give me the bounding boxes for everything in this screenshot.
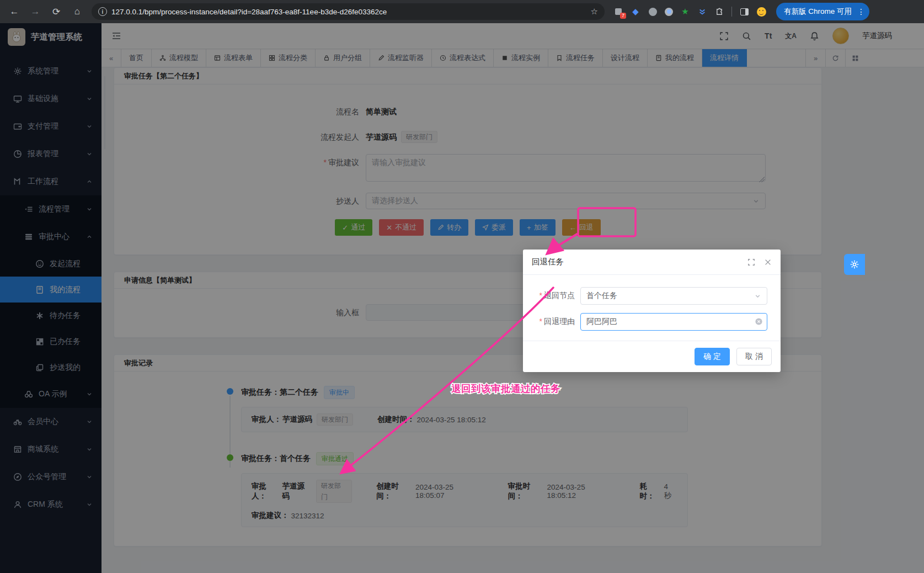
extensions-row: 7 ◆ ★ bbox=[613, 7, 766, 17]
side-panel-icon[interactable] bbox=[739, 7, 749, 17]
extension-icon[interactable] bbox=[648, 7, 658, 17]
rollback-reason-label: 回退理由 bbox=[533, 317, 580, 327]
extension-icon[interactable]: 7 bbox=[613, 7, 623, 17]
modal-close-icon[interactable] bbox=[764, 258, 772, 266]
extension-gem-icon[interactable]: ◆ bbox=[631, 7, 640, 17]
toolbar-divider bbox=[731, 7, 732, 17]
modal-fullscreen-icon[interactable] bbox=[747, 258, 755, 266]
browser-forward-icon[interactable]: → bbox=[26, 3, 44, 20]
url-text[interactable]: 127.0.0.1/bpm/process-instance/detail?id… bbox=[111, 8, 586, 16]
address-bar[interactable]: i 127.0.0.1/bpm/process-instance/detail?… bbox=[92, 3, 605, 20]
return-node-select[interactable]: 首个任务 bbox=[580, 287, 767, 305]
confirm-button[interactable]: 确 定 bbox=[695, 348, 730, 365]
return-node-label: 退回节点 bbox=[533, 291, 580, 301]
clear-input-icon[interactable] bbox=[755, 317, 763, 326]
modal-overlay bbox=[0, 23, 924, 573]
cancel-button[interactable]: 取 消 bbox=[736, 348, 772, 365]
modal-body: 退回节点 首个任务 回退理由 bbox=[523, 275, 781, 341]
extension-star-icon[interactable]: ★ bbox=[680, 7, 690, 17]
modal-title: 回退任务 bbox=[532, 257, 564, 267]
browser-home-icon[interactable]: ⌂ bbox=[68, 3, 86, 20]
profile-avatar-icon[interactable] bbox=[756, 7, 766, 17]
gear-icon bbox=[850, 259, 859, 269]
chrome-update-label: 有新版 Chrome 可用 bbox=[784, 7, 852, 17]
browser-toolbar: ← → ⟳ ⌂ i 127.0.0.1/bpm/process-instance… bbox=[0, 0, 924, 23]
rollback-modal: 回退任务 退回节点 首个任务 回退理由 确 定 取 消 bbox=[523, 250, 781, 372]
site-info-icon[interactable]: i bbox=[98, 7, 107, 16]
return-node-value: 首个任务 bbox=[586, 291, 617, 301]
bookmark-star-icon[interactable]: ☆ bbox=[591, 7, 598, 17]
extension-icon[interactable] bbox=[665, 8, 673, 16]
extension-chevrons-icon[interactable] bbox=[697, 7, 707, 17]
theme-settings-button[interactable] bbox=[844, 254, 865, 275]
rollback-reason-input[interactable] bbox=[580, 313, 767, 331]
browser-refresh-icon[interactable]: ⟳ bbox=[47, 3, 65, 20]
modal-footer: 确 定 取 消 bbox=[523, 341, 781, 372]
modal-header: 回退任务 bbox=[523, 250, 781, 275]
chrome-update-button[interactable]: 有新版 Chrome 可用 ⋮ bbox=[776, 3, 869, 20]
extensions-puzzle-icon[interactable] bbox=[714, 7, 724, 17]
extension-badge: 7 bbox=[620, 13, 626, 19]
browser-menu-icon[interactable]: ⋮ bbox=[856, 7, 866, 16]
browser-back-icon[interactable]: ← bbox=[6, 3, 23, 20]
chevron-down-icon bbox=[754, 293, 761, 300]
